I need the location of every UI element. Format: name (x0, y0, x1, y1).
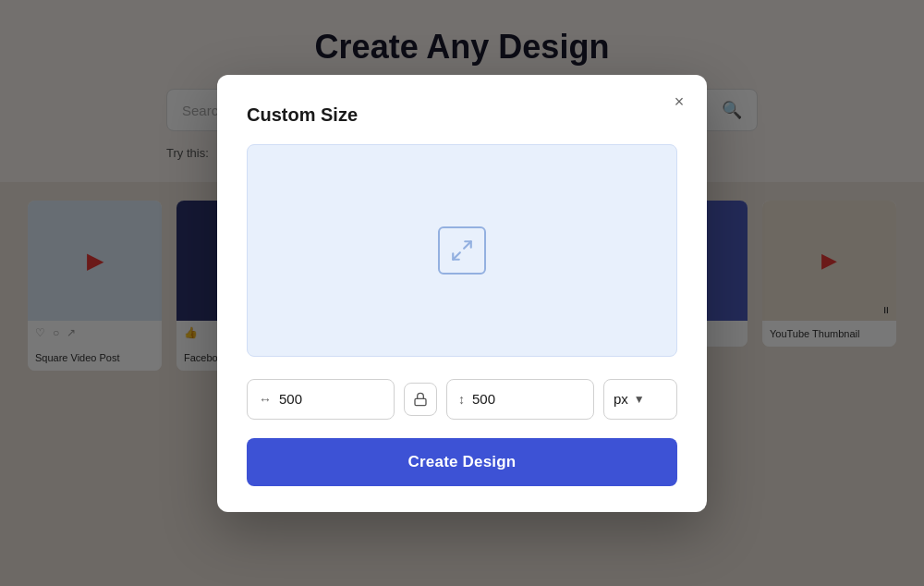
modal-overlay: × Custom Size ↔ (0, 0, 924, 586)
preview-area (247, 144, 677, 357)
create-design-button[interactable]: Create Design (247, 438, 677, 486)
width-icon: ↔ (259, 392, 272, 407)
unit-selector[interactable]: px ▼ (603, 379, 677, 420)
height-input[interactable] (472, 391, 582, 407)
svg-line-1 (453, 252, 460, 260)
height-input-container: ↕ (446, 379, 594, 420)
close-button[interactable]: × (666, 90, 692, 116)
width-input[interactable] (279, 391, 383, 407)
unit-value: px (614, 391, 628, 407)
svg-rect-2 (415, 398, 426, 405)
lock-aspect-button[interactable] (404, 383, 437, 416)
modal-title: Custom Size (247, 104, 677, 126)
width-input-container: ↔ (247, 379, 395, 420)
height-icon: ↕ (458, 392, 465, 407)
svg-line-0 (464, 241, 471, 249)
controls-row: ↔ ↕ px ▼ (247, 379, 677, 420)
chevron-down-icon: ▼ (634, 393, 645, 406)
resize-icon (438, 226, 486, 275)
lock-icon (413, 392, 428, 407)
custom-size-modal: × Custom Size ↔ (217, 75, 707, 512)
